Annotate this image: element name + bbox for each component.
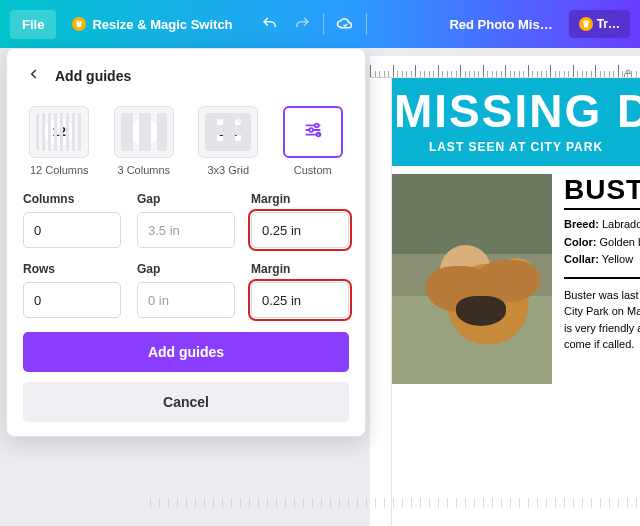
design-page[interactable]: MISSING DO LAST SEEN AT CITY PARK BUSTER… [392,78,640,526]
svg-point-2 [309,128,313,132]
preset-3-label: 3 Columns [117,164,170,176]
preset-12-label: 12 Columns [30,164,89,176]
back-button[interactable] [23,63,45,88]
col-gap-label: Gap [137,192,235,206]
collar-label: Collar: [564,253,599,265]
preset-12-value: 12 [44,118,74,146]
poster-info: BUSTER Breed: Labrador Color: Golden br … [564,174,640,384]
preset-3x3-label: 3x3 Grid [207,164,249,176]
poster-content-row: BUSTER Breed: Labrador Color: Golden br … [392,166,640,384]
columns-field-wrap: Columns [23,192,121,248]
dog-description: Buster was last s City Park on Mar is ve… [564,277,640,353]
preset-12-columns[interactable]: 12 12 Columns [23,102,96,178]
preset-3x3-value: 3x3 [213,118,243,146]
crown-icon: ♛ [72,17,86,31]
try-pro-label: Tr… [597,17,620,31]
row-gap-field-wrap: Gap [137,262,235,318]
toolbar-icon-group [259,13,367,35]
row-margin-label: Margin [251,262,349,276]
collar-value: Yellow [602,253,633,265]
sliders-icon [302,119,324,145]
guide-presets: 12 12 Columns 3 3 Columns 3x3 3x3 Grid C… [23,102,349,178]
columns-input[interactable] [23,212,121,248]
rows-label: Rows [23,262,121,276]
file-menu-button[interactable]: File [10,10,56,39]
banner-subtitle: LAST SEEN AT CITY PARK [392,140,640,154]
breed-label: Breed: [564,218,599,230]
preset-custom-label: Custom [294,164,332,176]
banner-title: MISSING DO [392,88,640,134]
bottom-ruler-hint [150,498,640,508]
add-guides-button[interactable]: Add guides [23,332,349,372]
undo-icon[interactable] [259,13,281,35]
add-guides-panel: Add guides 12 12 Columns 3 3 Columns 3x3… [6,48,366,437]
lock-icon[interactable] [622,66,634,78]
dog-facts: Breed: Labrador Color: Golden br Collar:… [564,216,640,269]
toolbar-separator [366,13,367,35]
vertical-ruler [370,78,392,526]
color-label: Color: [564,236,596,248]
preset-3-value: 3 [129,118,159,146]
col-gap-input[interactable] [137,212,235,248]
breed-value: Labrador [602,218,640,230]
row-gap-label: Gap [137,262,235,276]
rows-input[interactable] [23,282,121,318]
row-margin-input[interactable] [251,282,349,318]
horizontal-ruler [370,56,640,78]
columns-label: Columns [23,192,121,206]
rows-field-wrap: Rows [23,262,121,318]
preset-3-columns[interactable]: 3 3 Columns [108,102,181,178]
try-pro-button[interactable]: ♛ Tr… [569,10,630,38]
cancel-button[interactable]: Cancel [23,382,349,422]
dog-photo [392,174,552,384]
poster-banner: MISSING DO LAST SEEN AT CITY PARK [392,78,640,166]
preset-custom[interactable]: Custom [277,102,350,178]
resize-magic-switch-button[interactable]: ♛ Resize & Magic Switch [64,9,240,40]
color-value: Golden br [599,236,640,248]
col-margin-field-wrap: Margin [251,192,349,248]
crown-icon: ♛ [579,17,593,31]
top-toolbar: File ♛ Resize & Magic Switch Red Photo M… [0,0,640,48]
row-margin-field-wrap: Margin [251,262,349,318]
redo-icon[interactable] [291,13,313,35]
row-gap-input[interactable] [137,282,235,318]
preset-3x3-grid[interactable]: 3x3 3x3 Grid [192,102,265,178]
document-title[interactable]: Red Photo Mis… [441,17,560,32]
toolbar-separator [323,13,324,35]
guide-inputs: Columns Gap Margin Rows Gap Margin [23,192,349,318]
dog-name-heading: BUSTER [564,174,640,210]
canvas-stage: MISSING DO LAST SEEN AT CITY PARK BUSTER… [0,48,640,526]
col-margin-input[interactable] [251,212,349,248]
col-gap-field-wrap: Gap [137,192,235,248]
svg-point-1 [315,124,319,128]
cloud-sync-icon[interactable] [334,13,356,35]
col-margin-label: Margin [251,192,349,206]
resize-magic-label: Resize & Magic Switch [92,17,232,32]
panel-title: Add guides [55,68,131,84]
